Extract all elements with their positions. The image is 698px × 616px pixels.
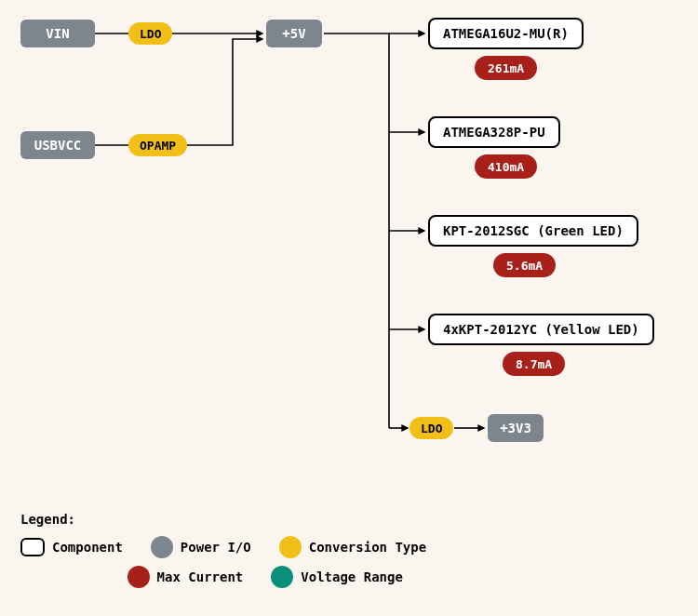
comp3-label: 4xKPT-2012YC (Yellow LED)	[443, 322, 639, 337]
comp0-label: ATMEGA16U2-MU(R)	[443, 26, 569, 41]
ldo-top-label: LDO	[140, 27, 161, 41]
rail-5v: +5V	[266, 20, 322, 47]
ldo-3v3-label: LDO	[421, 422, 442, 435]
legend-swatch-conversion	[279, 536, 302, 558]
legend-item-conversion: Conversion Type	[279, 536, 426, 558]
rail-3v3-label: +3V3	[500, 421, 531, 435]
vin-label: VIN	[46, 26, 69, 41]
component-atmega16u2: ATMEGA16U2-MU(R)	[428, 18, 584, 49]
legend-item-power-io: Power I/O	[151, 536, 251, 558]
component-yellow-led: 4xKPT-2012YC (Yellow LED)	[428, 314, 654, 345]
legend-conversion-label: Conversion Type	[309, 540, 426, 555]
legend-voltage-label: Voltage Range	[301, 569, 403, 584]
legend-swatch-voltage	[271, 566, 293, 588]
legend-current-label: Max Current	[157, 569, 244, 584]
legend-item-voltage-range: Voltage Range	[271, 566, 403, 588]
max-current-green-led: 5.6mA	[493, 253, 556, 277]
converter-ldo-3v3: LDO	[409, 417, 453, 439]
legend-swatch-io	[151, 536, 173, 558]
converter-opamp: OPAMP	[128, 134, 187, 156]
usbvcc-label: USBVCC	[34, 138, 82, 153]
legend-swatch-current	[128, 566, 150, 588]
legend-item-component: Component	[20, 536, 123, 558]
legend-title: Legend:	[20, 512, 426, 527]
comp1-label: ATMEGA328P-PU	[443, 125, 545, 140]
max-current-yellow-led: 8.7mA	[503, 352, 565, 376]
power-input-vin: VIN	[20, 20, 95, 47]
comp0-current: 261mA	[488, 61, 524, 75]
power-input-usbvcc: USBVCC	[20, 131, 95, 159]
power-tree-diagram: { "inputs": { "vin": "VIN", "usbvcc": "U…	[0, 0, 698, 616]
legend-io-label: Power I/O	[181, 540, 251, 555]
component-atmega328p: ATMEGA328P-PU	[428, 116, 560, 148]
component-green-led: KPT-2012SGC (Green LED)	[428, 215, 638, 247]
legend: Legend: Component Power I/O Conversion T…	[20, 512, 426, 596]
opamp-label: OPAMP	[140, 139, 176, 153]
legend-item-max-current: Max Current	[128, 566, 244, 588]
converter-ldo-top: LDO	[128, 22, 172, 45]
legend-swatch-component	[20, 538, 45, 556]
comp1-current: 410mA	[488, 160, 524, 174]
rail-5v-label: +5V	[282, 26, 305, 41]
legend-component-label: Component	[52, 540, 123, 555]
rail-3v3: +3V3	[488, 414, 544, 442]
max-current-atmega328p: 410mA	[475, 154, 537, 179]
comp2-current: 5.6mA	[506, 259, 543, 273]
comp3-current: 8.7mA	[516, 357, 552, 371]
max-current-atmega16u2: 261mA	[475, 56, 537, 80]
comp2-label: KPT-2012SGC (Green LED)	[443, 223, 624, 238]
